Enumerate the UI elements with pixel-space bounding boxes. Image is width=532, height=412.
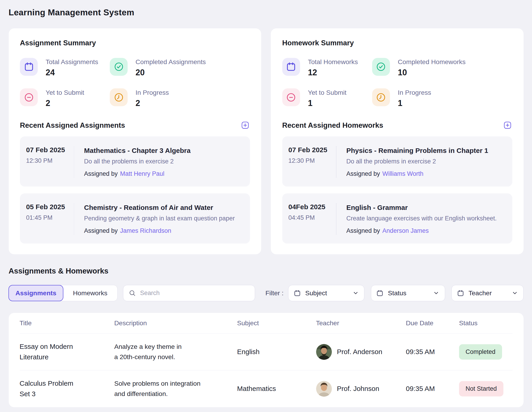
stat-value: 10 <box>398 68 466 77</box>
stat-value: 12 <box>308 68 358 77</box>
calendar-icon <box>376 290 384 297</box>
status-badge: Not Started <box>459 381 504 396</box>
chevron-down-icon <box>511 290 518 296</box>
stats-grid: Total Assignments24 Completed Assignment… <box>20 58 250 108</box>
item-description: Do all the problems in exercise 2 <box>84 157 191 166</box>
col-description: Description <box>114 313 237 334</box>
assignments-table: Title Description Subject Teacher Due Da… <box>9 313 524 407</box>
item-time: 12:30 PM <box>26 157 74 164</box>
stat-in-progress: In Progress1 <box>372 88 512 108</box>
item-assigned-by: Assigned byJames Richardson <box>84 227 235 235</box>
stat-completed-homeworks: Completed Homeworks10 <box>372 58 512 78</box>
item-time: 01:45 PM <box>26 214 74 221</box>
table-header-row: Title Description Subject Teacher Due Da… <box>20 313 513 334</box>
page-title: Learning Management System <box>9 8 524 17</box>
item-title: English - Grammar <box>346 203 496 212</box>
chevron-down-icon <box>433 290 440 296</box>
stat-label: In Progress <box>398 88 431 96</box>
table-row[interactable]: Essay on Modern Literature Analyze a key… <box>20 334 513 371</box>
add-assignment-button[interactable] <box>241 121 249 129</box>
stat-label: Total Assignments <box>46 58 98 66</box>
row-title: Calculus Problem Set 3 <box>20 378 80 399</box>
table-row[interactable]: Calculus Problem Set 3 Solve problems on… <box>20 370 513 407</box>
item-title: Chemistry - Reationsm of Air and Water <box>84 203 235 212</box>
search-box[interactable] <box>123 285 255 301</box>
search-icon <box>129 290 136 297</box>
item-date: 07 Feb 2025 <box>288 146 336 154</box>
tab-homeworks[interactable]: Homeworks <box>63 285 117 301</box>
filter-group: Subject Status Teacher <box>288 285 523 301</box>
stat-completed-assignments: Completed Assignments20 <box>110 58 250 78</box>
item-body: English - Grammar Create language exerci… <box>336 203 497 235</box>
item-title: Mathematics - Chapter 3 Algebra <box>84 146 191 155</box>
stat-total-assignments: Total Assignments24 <box>20 58 110 78</box>
check-circle-icon <box>110 58 128 76</box>
row-due-date: 09:35 AM <box>406 348 459 356</box>
controls-row: Assignments Homeworks Filter : Subject S… <box>9 285 524 301</box>
item-date-col: 07 Feb 2025 12:30 PM <box>26 146 74 178</box>
row-description: Analyze a key theme in a 20th-century no… <box>114 342 186 362</box>
item-body: Chemistry - Reationsm of Air and Water P… <box>74 203 235 235</box>
item-description: Do all the problems in exercise 2 <box>346 157 488 166</box>
check-circle-icon <box>372 58 390 76</box>
homework-item[interactable]: 07 Feb 2025 12:30 PM Physics - Remaining… <box>282 137 512 186</box>
stat-label: Yet to Submit <box>308 88 346 96</box>
assignment-summary-card: Assignment Summary Total Assignments24 C… <box>9 28 261 254</box>
homework-item[interactable]: 04Feb 2025 04:45 PM English - Grammar Cr… <box>282 193 512 244</box>
card-title: Homework Summary <box>282 39 512 47</box>
item-body: Physics - Remaining Problems in Chapter … <box>336 146 488 178</box>
prof-anderson-avatar <box>316 344 332 360</box>
col-subject: Subject <box>237 313 316 334</box>
teacher-filter-dropdown[interactable]: Teacher <box>451 285 523 301</box>
calendar-icon <box>294 290 301 297</box>
item-date: 07 Feb 2025 <box>26 146 74 154</box>
add-homework-button[interactable] <box>504 121 512 129</box>
row-teacher: Prof. Anderson <box>316 344 406 360</box>
col-title: Title <box>20 313 114 334</box>
stat-label: Completed Assignments <box>136 58 206 66</box>
stat-in-progress: In Progress2 <box>110 88 250 108</box>
item-date-col: 04Feb 2025 04:45 PM <box>288 203 336 235</box>
item-description: Pending geometry & graph in last exam qu… <box>84 214 235 223</box>
assignee-link[interactable]: Anderson James <box>382 227 429 234</box>
stat-value: 20 <box>136 68 206 77</box>
item-body: Mathematics - Chapter 3 Algebra Do all t… <box>74 146 190 178</box>
col-teacher: Teacher <box>316 313 406 334</box>
col-status: Status <box>459 313 513 334</box>
stat-label: Completed Homeworks <box>398 58 466 66</box>
stat-value: 1 <box>398 98 431 108</box>
clock-icon <box>372 88 390 106</box>
status-filter-dropdown[interactable]: Status <box>371 285 445 301</box>
status-badge: Completed <box>459 344 502 360</box>
item-description: Create language exercises with our Engli… <box>346 214 496 223</box>
recent-homeworks-title: Recent Assigned Homeworks <box>282 121 383 129</box>
stat-yet-to-submit: Yet to Submit1 <box>282 88 372 108</box>
item-title: Physics - Remaining Problems in Chapter … <box>346 146 488 155</box>
homework-summary-card: Homework Summary Total Homeworks12 Compl… <box>271 28 523 254</box>
row-subject: English <box>237 348 316 356</box>
tab-group: Assignments Homeworks <box>9 285 118 301</box>
assignee-link[interactable]: James Richardson <box>120 227 171 234</box>
assignment-item[interactable]: 07 Feb 2025 12:30 PM Mathematics - Chapt… <box>20 137 250 186</box>
tab-assignments[interactable]: Assignments <box>9 285 63 302</box>
stat-yet-to-submit: Yet to Submit2 <box>20 88 110 108</box>
card-title: Assignment Summary <box>20 39 250 47</box>
lms-dashboard: Learning Management System Assignment Su… <box>0 0 532 407</box>
stats-grid: Total Homeworks12 Completed Homeworks10 … <box>282 58 512 108</box>
stat-value: 2 <box>46 98 84 108</box>
item-time: 12:30 PM <box>288 157 336 164</box>
item-assigned-by: Assigned byAnderson James <box>346 227 496 235</box>
stat-value: 24 <box>46 68 98 77</box>
stat-label: Yet to Submit <box>46 88 84 96</box>
item-date-col: 07 Feb 2025 12:30 PM <box>288 146 336 178</box>
assignee-link[interactable]: Williams Worth <box>382 170 424 177</box>
row-teacher: Prof. Johnson <box>316 381 406 397</box>
minus-circle-icon <box>282 88 300 106</box>
assignee-link[interactable]: Matt Henry Paul <box>120 170 164 177</box>
assignments-homeworks-title: Assignments & Homeworks <box>9 267 524 275</box>
stat-total-homeworks: Total Homeworks12 <box>282 58 372 78</box>
subject-filter-dropdown[interactable]: Subject <box>288 285 364 301</box>
search-input[interactable] <box>140 290 249 297</box>
assignment-item[interactable]: 05 Feb 2025 01:45 PM Chemistry - Reation… <box>20 193 250 244</box>
row-title: Essay on Modern Literature <box>20 341 80 363</box>
